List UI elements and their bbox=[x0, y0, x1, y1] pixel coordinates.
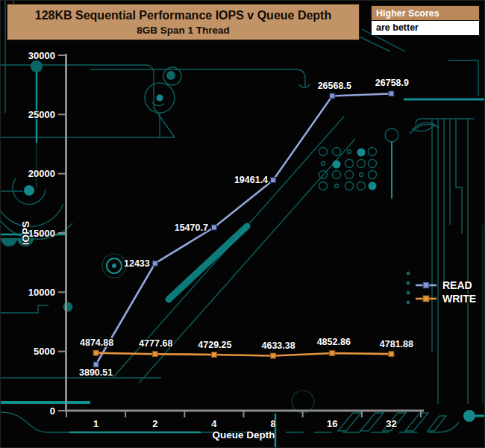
x-tick-label: 2 bbox=[152, 418, 157, 429]
data-label-read: 15470.7 bbox=[175, 223, 208, 233]
x-tick-label: 4 bbox=[211, 418, 217, 429]
data-point-read bbox=[211, 225, 216, 230]
data-label-read: 26758.9 bbox=[375, 78, 409, 88]
data-label-write: 4852.86 bbox=[317, 337, 351, 347]
higher-scores-note: Higher Scores are better bbox=[371, 5, 480, 36]
series-line-write bbox=[96, 353, 392, 356]
x-tick-label: 16 bbox=[327, 418, 337, 429]
data-label-write: 4729.25 bbox=[198, 340, 231, 350]
data-point-read bbox=[152, 261, 157, 266]
y-tick-label: 30000 bbox=[28, 50, 55, 61]
legend-marker bbox=[423, 282, 429, 288]
legend-label: READ bbox=[442, 279, 472, 291]
y-tick-label: 10000 bbox=[28, 287, 55, 298]
chart-title-panel: 128KB Sequential Performance IOPS v Queu… bbox=[7, 4, 360, 40]
data-label-read: 26568.5 bbox=[318, 81, 351, 91]
y-tick-label: 0 bbox=[50, 405, 55, 417]
data-label-write: 4777.68 bbox=[139, 338, 172, 349]
chart-window: 05000100001500020000250003000012481632Qu… bbox=[0, 0, 485, 448]
data-point-write bbox=[330, 351, 335, 356]
data-point-read bbox=[93, 362, 98, 367]
chart-subtitle: 8GB Span 1 Thread bbox=[7, 23, 359, 37]
data-point-write bbox=[152, 352, 157, 357]
data-point-read bbox=[330, 93, 335, 99]
data-label-write: 4874.88 bbox=[80, 337, 113, 348]
x-tick-label: 8 bbox=[270, 418, 275, 429]
data-point-write bbox=[211, 352, 216, 357]
data-label-write: 4633.38 bbox=[261, 340, 295, 351]
data-point-read bbox=[389, 91, 394, 96]
data-point-write bbox=[271, 353, 276, 358]
x-axis-title: Queue Depth bbox=[212, 429, 275, 441]
x-tick-label: 1 bbox=[93, 418, 98, 429]
y-tick-label: 20000 bbox=[28, 168, 55, 179]
data-label-write: 4781.88 bbox=[380, 339, 413, 349]
data-point-write bbox=[389, 352, 394, 357]
note-title: Higher Scores bbox=[371, 5, 480, 21]
data-label-read: 12433 bbox=[124, 258, 150, 269]
chart-title: 128KB Sequential Performance IOPS v Queu… bbox=[7, 8, 359, 23]
data-label-read: 19461.4 bbox=[234, 175, 268, 185]
legend-label: WRITE bbox=[442, 293, 476, 305]
y-tick-label: 5000 bbox=[34, 346, 55, 357]
data-point-read bbox=[271, 178, 276, 183]
series-line-read bbox=[96, 93, 392, 364]
y-tick-label: 15000 bbox=[28, 228, 55, 239]
legend-marker bbox=[423, 296, 429, 302]
iops-line-chart: 05000100001500020000250003000012481632Qu… bbox=[1, 1, 485, 448]
x-tick-label: 32 bbox=[386, 418, 396, 429]
data-label-read: 3890.51 bbox=[79, 367, 113, 378]
data-point-write bbox=[93, 350, 98, 355]
y-tick-label: 25000 bbox=[28, 109, 55, 120]
y-axis-title: IOPS bbox=[20, 221, 31, 245]
note-body: are better bbox=[371, 21, 480, 36]
